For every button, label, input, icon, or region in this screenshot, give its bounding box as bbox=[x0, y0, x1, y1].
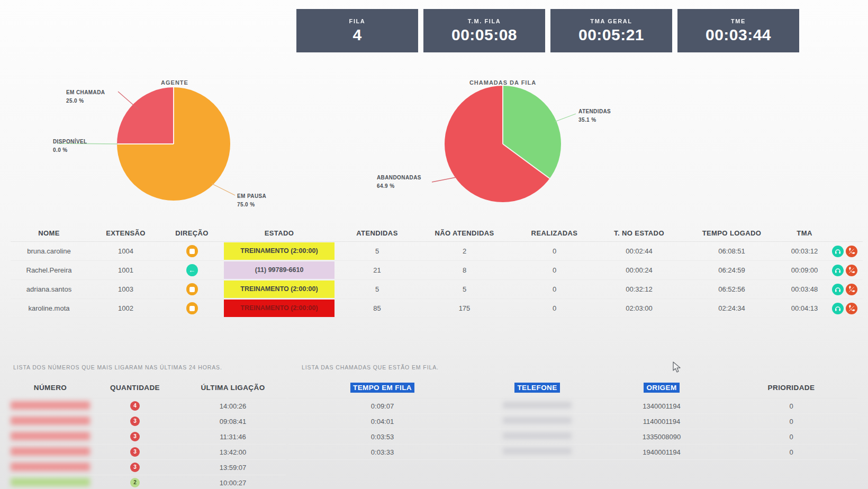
made-count: 0 bbox=[513, 285, 595, 293]
highlighted-column-header: TELEFONE bbox=[514, 383, 559, 393]
quantity-badge: 3 bbox=[130, 447, 140, 457]
queue-row: 0:03:5313350080900 bbox=[288, 429, 857, 445]
slice-label-atendidas: ATENDIDAS35.1 % bbox=[578, 107, 611, 124]
kpi-value: 00:03:44 bbox=[677, 26, 799, 44]
agent-row: karoline.mota1002TREINAMENTO (2:00:00)85… bbox=[11, 299, 863, 318]
agent-name: bruna.caroline bbox=[11, 247, 87, 255]
quantity-cell: 3 bbox=[90, 416, 180, 426]
listen-call-button[interactable] bbox=[832, 303, 844, 314]
redacted-phone bbox=[503, 402, 572, 409]
column-header: TEMPO EM FILA bbox=[288, 383, 476, 393]
caller-row: 313:42:00 bbox=[11, 445, 286, 460]
incoming-call-icon: ← bbox=[186, 264, 198, 276]
hangup-call-button[interactable] bbox=[846, 284, 857, 295]
origin-number: 1335008090 bbox=[598, 433, 725, 441]
tma-value: 00:03:48 bbox=[781, 285, 828, 293]
pause-direction-icon bbox=[186, 302, 198, 314]
row-actions bbox=[828, 246, 863, 257]
origin-number: 1940001194 bbox=[598, 448, 725, 456]
estado-badge: TREINAMENTO (2:00:00) bbox=[224, 280, 334, 298]
queue-pie-title: CHAMADAS DA FILA bbox=[450, 79, 556, 86]
tma-value: 00:03:12 bbox=[781, 247, 828, 255]
estado-badge: TREINAMENTO (2:00:00) bbox=[224, 242, 334, 260]
kpi-box-tma-geral: TMA GERAL00:05:21 bbox=[550, 9, 672, 52]
column-header: ORIGEM bbox=[598, 383, 725, 393]
time-in-queue: 0:09:07 bbox=[288, 402, 476, 410]
column-header-label: PRIORIDADE bbox=[768, 384, 815, 392]
telefone-cell bbox=[476, 448, 598, 456]
row-actions bbox=[828, 303, 863, 314]
quantity-cell: 3 bbox=[90, 463, 180, 472]
logged-time: 06:52:56 bbox=[683, 285, 781, 293]
agent-pie bbox=[117, 87, 230, 201]
kpi-box-t-m-fila: T.M. FILA00:05:08 bbox=[423, 9, 545, 52]
listen-call-button[interactable] bbox=[832, 246, 844, 257]
time-in-state: 00:32:12 bbox=[595, 285, 683, 293]
kpi-box-fila: FILA4 bbox=[296, 9, 418, 52]
origin-number: 1340001194 bbox=[598, 402, 725, 410]
highlighted-column-header: TEMPO EM FILA bbox=[350, 383, 414, 393]
row-actions bbox=[828, 284, 863, 295]
direction-cell bbox=[164, 302, 220, 314]
column-header: NOME bbox=[11, 229, 87, 237]
redacted-number bbox=[11, 432, 90, 440]
queue-table-header: TEMPO EM FILATELEFONEORIGEMPRIORIDADE bbox=[288, 377, 857, 399]
unanswered-count: 175 bbox=[415, 304, 513, 312]
redacted-number bbox=[11, 478, 90, 486]
callers-table-header: NÚMEROQUANTIDADEÚLTIMA LIGAÇÃO bbox=[11, 377, 286, 399]
hangup-call-button[interactable] bbox=[846, 265, 857, 276]
logged-time: 06:24:59 bbox=[683, 266, 781, 274]
hangup-call-button[interactable] bbox=[846, 246, 857, 257]
quantity-badge: 4 bbox=[130, 401, 140, 411]
answered-count: 5 bbox=[339, 285, 415, 293]
mouse-cursor bbox=[671, 361, 683, 374]
column-header: TMA bbox=[781, 229, 828, 237]
queue-calls-table: TEMPO EM FILATELEFONEORIGEMPRIORIDADE 0:… bbox=[288, 377, 857, 460]
pie-divider bbox=[117, 143, 174, 144]
caller-number-cell bbox=[11, 432, 90, 442]
pie-divider bbox=[173, 87, 174, 144]
time-in-queue: 0:03:33 bbox=[288, 448, 476, 456]
kpi-value: 00:05:08 bbox=[423, 26, 545, 44]
agent-extension: 1002 bbox=[87, 304, 164, 312]
quantity-cell: 2 bbox=[90, 478, 180, 487]
agent-row: Rachel.Pereira1001←(11) 99789-6610218000… bbox=[11, 261, 863, 280]
priority-value: 0 bbox=[725, 433, 857, 441]
caller-number-cell bbox=[11, 478, 90, 488]
hangup-call-button[interactable] bbox=[846, 303, 857, 314]
agent-row: adriana.santos1003TREINAMENTO (2:00:00)5… bbox=[11, 280, 863, 299]
unanswered-count: 2 bbox=[415, 247, 513, 255]
caller-number-cell bbox=[11, 447, 90, 457]
agent-pie-chart: AGENTE EM CHAMADA25.0 % DISPONÍVEL0.0 % … bbox=[32, 77, 286, 214]
column-header: NÚMERO bbox=[11, 384, 90, 392]
time-in-state: 02:03:00 bbox=[595, 304, 683, 312]
column-header: T. NO ESTADO bbox=[595, 229, 683, 237]
listen-call-button[interactable] bbox=[832, 284, 844, 295]
last-call-time: 10:00:27 bbox=[180, 479, 286, 487]
column-header: REALIZADAS bbox=[513, 229, 595, 237]
listen-call-button[interactable] bbox=[832, 265, 844, 276]
time-in-queue: 0:04:01 bbox=[288, 418, 476, 425]
slice-label-disponivel: DISPONÍVEL0.0 % bbox=[53, 138, 87, 154]
highlighted-column-header: ORIGEM bbox=[644, 383, 679, 393]
direction-cell bbox=[164, 245, 220, 257]
quantity-badge: 2 bbox=[130, 478, 140, 487]
top-callers-table: NÚMEROQUANTIDADEÚLTIMA LIGAÇÃO 414:00:26… bbox=[11, 377, 286, 489]
slice-label-em-pausa: EM PAUSA75.0 % bbox=[237, 192, 266, 209]
logged-time: 06:08:51 bbox=[683, 247, 781, 255]
quantity-cell: 3 bbox=[90, 447, 180, 457]
estado-cell: TREINAMENTO (2:00:00) bbox=[220, 280, 339, 298]
caller-number-cell bbox=[11, 416, 90, 427]
agent-name: karoline.mota bbox=[11, 304, 87, 312]
caller-number-cell bbox=[11, 463, 90, 473]
unanswered-count: 8 bbox=[415, 266, 513, 274]
made-count: 0 bbox=[513, 247, 595, 255]
column-header: PRIORIDADE bbox=[725, 384, 857, 392]
pause-direction-icon bbox=[186, 245, 198, 257]
quantity-badge: 3 bbox=[130, 416, 140, 426]
queue-row: 0:04:0111400011940 bbox=[288, 414, 857, 429]
agent-table-header: NOMEEXTENSÃODIREÇÃOESTADOATENDIDASNÃO AT… bbox=[11, 224, 863, 242]
agent-extension: 1004 bbox=[87, 247, 164, 255]
unanswered-count: 5 bbox=[415, 285, 513, 293]
column-header: QUANTIDADE bbox=[90, 384, 180, 392]
